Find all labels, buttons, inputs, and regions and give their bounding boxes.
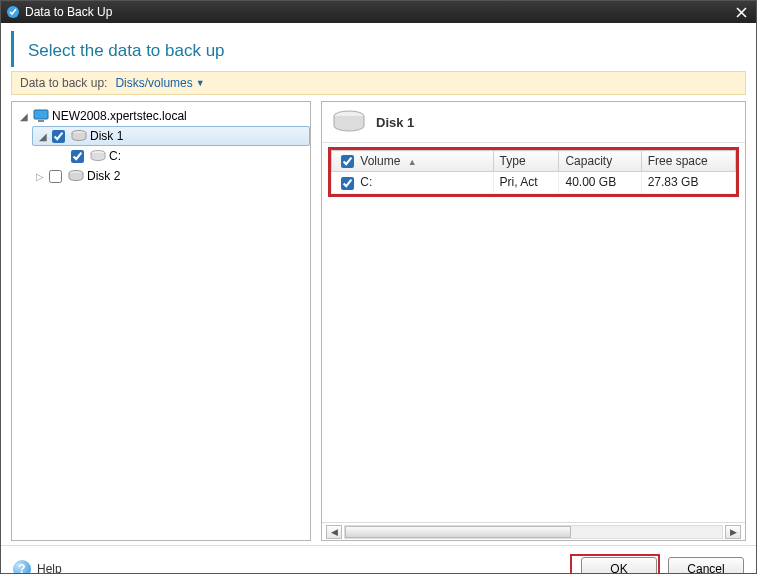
details-title: Disk 1 [376, 115, 414, 130]
expander-icon[interactable]: ▷ [34, 171, 46, 182]
tree-label: Disk 1 [90, 129, 123, 143]
close-button[interactable] [730, 3, 752, 21]
source-tree[interactable]: ◢ NEW2008.xpertstec.local ◢ Disk 1 C: ▷ [11, 101, 311, 541]
tree-label: Disk 2 [87, 169, 120, 183]
checkbox-volume-c[interactable] [71, 150, 84, 163]
volume-icon [90, 150, 106, 162]
window-title: Data to Back Up [25, 5, 730, 19]
expander-icon[interactable]: ◢ [18, 111, 30, 122]
tree-node-computer[interactable]: ◢ NEW2008.xpertstec.local [12, 106, 310, 126]
computer-icon [33, 109, 49, 123]
tree-node-volume-c[interactable]: C: [12, 146, 310, 166]
volume-table: Volume ▲ Type Capacity Free space C: Pri… [331, 150, 736, 194]
scroll-left-button[interactable]: ◀ [326, 525, 342, 539]
details-body [322, 201, 745, 522]
cell-type: Pri, Act [493, 172, 559, 193]
chevron-down-icon: ▼ [196, 78, 205, 88]
title-bar: Data to Back Up [1, 1, 756, 23]
app-icon [5, 4, 21, 20]
tree-label: NEW2008.xpertstec.local [52, 109, 187, 123]
disk-icon [71, 130, 87, 142]
page-title: Select the data to back up [11, 31, 746, 67]
col-capacity[interactable]: Capacity [559, 151, 641, 172]
volume-table-highlight: Volume ▲ Type Capacity Free space C: Pri… [328, 147, 739, 197]
data-to-back-up-bar: Data to back up: Disks/volumes ▼ [11, 71, 746, 95]
scroll-thumb[interactable] [345, 526, 571, 538]
details-pane: Disk 1 Volume ▲ Type Capacity Free space [321, 101, 746, 541]
table-header-row: Volume ▲ Type Capacity Free space [332, 151, 736, 172]
checkbox-disk2[interactable] [49, 170, 62, 183]
col-type[interactable]: Type [493, 151, 559, 172]
tree-label: C: [109, 149, 121, 163]
cell-freespace: 27.83 GB [641, 172, 735, 193]
svg-rect-4 [38, 120, 44, 122]
cell-capacity: 40.00 GB [559, 172, 641, 193]
horizontal-scrollbar[interactable]: ◀ ▶ [322, 522, 745, 540]
tree-node-disk2[interactable]: ▷ Disk 2 [12, 166, 310, 186]
dialog-footer: ? Help OK Cancel [1, 545, 756, 574]
main-area: ◢ NEW2008.xpertstec.local ◢ Disk 1 C: ▷ [11, 101, 746, 541]
disk-large-icon [332, 110, 366, 134]
data-type-value: Disks/volumes [115, 76, 192, 90]
ok-highlight: OK [570, 554, 660, 574]
scroll-right-button[interactable]: ▶ [725, 525, 741, 539]
scroll-track[interactable] [344, 525, 723, 539]
sort-asc-icon: ▲ [408, 157, 417, 167]
table-row[interactable]: C: Pri, Act 40.00 GB 27.83 GB [332, 172, 736, 193]
checkbox-row-c[interactable] [341, 177, 354, 190]
cancel-button[interactable]: Cancel [668, 557, 744, 574]
tree-node-disk1[interactable]: ◢ Disk 1 [32, 126, 310, 146]
ok-button[interactable]: OK [581, 557, 657, 574]
help-icon: ? [13, 560, 31, 575]
data-type-dropdown[interactable]: Disks/volumes ▼ [115, 76, 204, 90]
disk-icon [68, 170, 84, 182]
svg-rect-3 [34, 110, 48, 119]
checkbox-disk1[interactable] [52, 130, 65, 143]
details-header: Disk 1 [322, 102, 745, 143]
help-label: Help [37, 562, 62, 575]
expander-icon[interactable]: ◢ [37, 131, 49, 142]
help-link[interactable]: ? Help [13, 560, 62, 575]
data-to-back-up-label: Data to back up: [20, 76, 107, 90]
col-freespace[interactable]: Free space [641, 151, 735, 172]
col-volume[interactable]: Volume ▲ [332, 151, 494, 172]
checkbox-all-volumes[interactable] [341, 155, 354, 168]
cell-volume: C: [360, 175, 372, 189]
close-icon [736, 7, 747, 18]
